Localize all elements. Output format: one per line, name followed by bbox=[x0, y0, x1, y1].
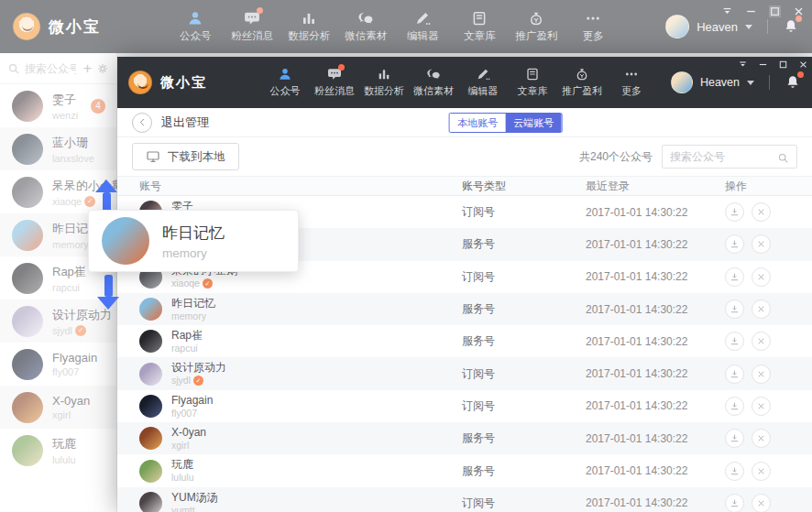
nav-item-data-analysis[interactable]: 数据分析 bbox=[359, 67, 409, 98]
total-accounts-text: 共240个公众号 bbox=[579, 149, 653, 165]
sidebar-account-wenzi[interactable]: 雯子 wenzi 4 bbox=[0, 84, 116, 127]
close-icon[interactable] bbox=[798, 60, 808, 70]
nav-item-more[interactable]: 更多 bbox=[607, 67, 656, 98]
verified-icon: ✓ bbox=[203, 278, 213, 289]
user-name[interactable]: Heaven bbox=[700, 76, 740, 89]
book-icon bbox=[525, 67, 540, 82]
download-account-button[interactable] bbox=[725, 267, 744, 287]
table-search-input[interactable] bbox=[670, 150, 777, 163]
remove-account-button[interactable] bbox=[752, 494, 771, 512]
avatar bbox=[139, 330, 162, 353]
table-row[interactable]: 设计原动力 sjydl✓ 订阅号 2017-01-01 14:30:22 bbox=[117, 357, 812, 389]
collapse-icon[interactable] bbox=[738, 60, 748, 70]
minimize-icon[interactable] bbox=[745, 5, 757, 17]
sidebar-account-lanxslove[interactable]: 蓝小珊 lanxslove bbox=[0, 127, 116, 170]
back-button[interactable] bbox=[132, 113, 152, 133]
minimize-icon[interactable] bbox=[758, 60, 768, 70]
nav-item-promotion-profit[interactable]: 推广盈利 bbox=[508, 10, 565, 43]
download-account-button[interactable] bbox=[725, 397, 744, 416]
download-account-button[interactable] bbox=[725, 462, 744, 481]
table-row[interactable]: 玩鹿 lululu 服务号 2017-01-01 14:30:22 bbox=[117, 454, 812, 486]
remove-account-button[interactable] bbox=[752, 365, 771, 384]
nav-item-official-accounts[interactable]: 公众号 bbox=[260, 67, 310, 98]
download-account-button[interactable] bbox=[725, 494, 744, 512]
remove-account-button[interactable] bbox=[752, 234, 771, 254]
account-name: Flyagain bbox=[52, 351, 97, 365]
sidebar-search-bar: + bbox=[0, 53, 116, 84]
download-account-button[interactable] bbox=[725, 202, 744, 222]
download-account-button[interactable] bbox=[725, 332, 744, 351]
table-row[interactable]: YUM汤汤 yumtt 订阅号 2017-01-01 14:30:22 bbox=[117, 487, 812, 512]
bell-icon[interactable] bbox=[785, 74, 801, 91]
remove-account-button[interactable] bbox=[752, 202, 771, 222]
nav-item-fan-messages[interactable]: 粉丝消息 bbox=[310, 67, 359, 98]
tab-cloud-accounts[interactable]: 云端账号 bbox=[506, 114, 562, 132]
sidebar-account-lululu[interactable]: 玩鹿 lululu bbox=[0, 429, 116, 472]
chevron-down-icon[interactable] bbox=[747, 81, 754, 85]
sidebar-account-xgirl[interactable]: X-0yan xgirl bbox=[0, 386, 116, 429]
more-icon bbox=[624, 67, 639, 82]
nav-item-official-accounts[interactable]: 公众号 bbox=[167, 10, 224, 43]
download-account-button[interactable] bbox=[725, 429, 744, 448]
table-row[interactable]: X-0yan xgirl 服务号 2017-01-01 14:30:22 bbox=[117, 422, 812, 454]
nav-item-editor[interactable]: 编辑器 bbox=[394, 10, 451, 43]
pencil-icon bbox=[414, 10, 431, 27]
account-type: 服务号 bbox=[462, 430, 586, 446]
nav-item-editor[interactable]: 编辑器 bbox=[458, 67, 508, 98]
account-id: fly007 bbox=[171, 408, 197, 419]
bell-icon[interactable] bbox=[783, 18, 799, 35]
nav-label: 公众号 bbox=[269, 84, 300, 98]
collapse-icon[interactable] bbox=[721, 5, 733, 17]
avatar bbox=[102, 217, 149, 265]
user-avatar[interactable] bbox=[665, 15, 689, 38]
add-account-icon[interactable]: + bbox=[83, 61, 92, 76]
app-logo-icon bbox=[13, 13, 40, 40]
nav-label: 编辑器 bbox=[467, 84, 498, 98]
nav-item-data-analysis[interactable]: 数据分析 bbox=[280, 10, 337, 43]
avatar bbox=[139, 298, 162, 321]
chevron-down-icon[interactable] bbox=[745, 25, 752, 29]
search-icon bbox=[7, 62, 20, 75]
download-account-button[interactable] bbox=[725, 234, 744, 254]
sidebar-search-input[interactable] bbox=[25, 62, 76, 75]
page-title: 退出管理 bbox=[161, 114, 209, 131]
tab-local-accounts[interactable]: 本地账号 bbox=[450, 114, 506, 132]
table-row[interactable]: Flyagain fly007 订阅号 2017-01-01 14:30:22 bbox=[117, 390, 812, 422]
nav-item-wechat-material[interactable]: 微信素材 bbox=[409, 67, 458, 98]
column-last-login: 最近登录 bbox=[586, 179, 725, 194]
nav-item-more[interactable]: 更多 bbox=[565, 10, 621, 43]
download-account-button[interactable] bbox=[725, 365, 744, 384]
download-to-local-button[interactable]: 下载到本地 bbox=[132, 143, 239, 170]
user-avatar[interactable] bbox=[671, 71, 693, 93]
bar-chart-icon bbox=[301, 10, 317, 27]
remove-account-button[interactable] bbox=[752, 429, 771, 448]
account-name: YUM汤汤 bbox=[171, 491, 218, 505]
maximize-icon[interactable] bbox=[778, 60, 788, 70]
remove-account-button[interactable] bbox=[752, 462, 771, 481]
nav-item-article-library[interactable]: 文章库 bbox=[508, 67, 557, 98]
download-account-button[interactable] bbox=[725, 300, 744, 319]
nav-item-promotion-profit[interactable]: 推广盈利 bbox=[557, 67, 607, 98]
table-row[interactable]: 昨日记忆 memory 服务号 2017-01-01 14:30:22 bbox=[117, 293, 812, 325]
avatar bbox=[12, 392, 43, 423]
nav-item-article-library[interactable]: 文章库 bbox=[451, 10, 508, 43]
user-name[interactable]: Heaven bbox=[697, 20, 738, 34]
nav-label: 编辑器 bbox=[407, 29, 439, 43]
avatar bbox=[12, 306, 43, 337]
remove-account-button[interactable] bbox=[752, 300, 771, 319]
message-icon bbox=[327, 67, 342, 82]
nav-item-fan-messages[interactable]: 粉丝消息 bbox=[224, 10, 280, 43]
account-id: sjydl bbox=[171, 375, 191, 387]
maximize-icon[interactable] bbox=[769, 5, 781, 17]
app-logo-icon bbox=[128, 71, 152, 94]
nav-item-wechat-material[interactable]: 微信素材 bbox=[337, 10, 394, 43]
user-icon bbox=[187, 10, 203, 27]
gear-icon[interactable] bbox=[96, 62, 109, 75]
close-icon[interactable] bbox=[793, 5, 805, 17]
remove-account-button[interactable] bbox=[752, 397, 771, 416]
remove-account-button[interactable] bbox=[752, 332, 771, 351]
table-row[interactable]: Rap崔 rapcui 服务号 2017-01-01 14:30:22 bbox=[117, 325, 812, 357]
last-login-time: 2017-01-01 14:30:22 bbox=[586, 335, 725, 348]
remove-account-button[interactable] bbox=[752, 267, 771, 287]
sidebar-account-fly007[interactable]: Flyagain fly007 bbox=[0, 343, 116, 386]
